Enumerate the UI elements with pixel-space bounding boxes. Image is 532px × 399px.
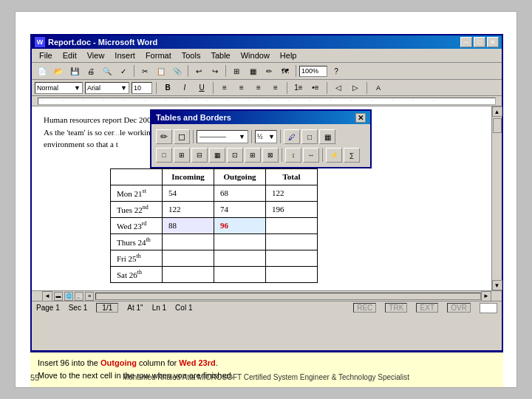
new-btn[interactable]: 📄 bbox=[35, 64, 50, 78]
num-list-btn[interactable]: 1≡ bbox=[291, 81, 306, 95]
menu-edit[interactable]: Edit bbox=[58, 50, 81, 61]
status-ln: Ln 1 bbox=[152, 304, 166, 312]
style-dropdown[interactable]: Normal ▼ bbox=[35, 82, 83, 94]
minimize-button[interactable]: ─ bbox=[460, 37, 472, 47]
border-diag-btn[interactable]: ⊠ bbox=[262, 148, 279, 163]
menu-window[interactable]: Window bbox=[236, 50, 274, 61]
scroll-left[interactable]: ◄ bbox=[42, 291, 52, 301]
distribute-rows-btn[interactable]: ∑ bbox=[344, 148, 360, 163]
normal-view-btn[interactable]: ▬ bbox=[54, 292, 63, 301]
status-ext: EXT bbox=[416, 303, 438, 313]
row4-incoming bbox=[163, 250, 214, 267]
split-cells-btn[interactable]: ↔ bbox=[303, 148, 319, 163]
ruler: · · · · · · · · · · · · · · · · · · · · bbox=[32, 96, 502, 106]
word-window: W Report.doc - Microsoft Word ─ □ ✕ File… bbox=[30, 34, 503, 352]
cut-btn[interactable]: ✂ bbox=[137, 64, 152, 78]
border-inside-btn[interactable]: ▦ bbox=[209, 148, 225, 163]
row2-outgoing[interactable]: 96 bbox=[214, 217, 266, 233]
help-btn[interactable]: ? bbox=[329, 64, 344, 78]
zoom-box[interactable]: 100% bbox=[299, 66, 327, 77]
status-rec: REC bbox=[353, 303, 376, 313]
sep1 bbox=[134, 65, 134, 77]
font-color-btn[interactable]: A bbox=[371, 81, 386, 95]
highlight-btn[interactable]: ▦ bbox=[319, 129, 335, 144]
row3-incoming bbox=[163, 233, 214, 250]
redo-btn[interactable]: ↪ bbox=[208, 64, 222, 78]
scroll-down[interactable]: ▼ bbox=[492, 280, 502, 290]
border-inside-h-btn[interactable]: ⊡ bbox=[227, 148, 243, 163]
draw-table-btn[interactable]: ✏ bbox=[156, 129, 172, 144]
copy-btn[interactable]: 📋 bbox=[154, 64, 168, 78]
open-btn[interactable]: 📂 bbox=[51, 64, 66, 78]
menu-format[interactable]: Format bbox=[141, 50, 176, 61]
dialog-title-text: Tables and Borders bbox=[156, 113, 231, 122]
status-sec: Sec 1 bbox=[69, 304, 88, 312]
style-value: Normal bbox=[37, 84, 58, 92]
scroll-up[interactable]: ▲ bbox=[492, 106, 502, 117]
status-trk: TRK bbox=[385, 303, 407, 313]
border-color-btn[interactable]: 🖊 bbox=[284, 129, 300, 144]
justify-btn[interactable]: ≡ bbox=[268, 81, 283, 95]
zoom-value: 100% bbox=[301, 67, 318, 75]
outline-view-btn[interactable]: ≡ bbox=[85, 292, 94, 301]
underline-btn[interactable]: U bbox=[194, 81, 209, 95]
scroll-right[interactable]: ► bbox=[481, 291, 491, 301]
italic-btn[interactable]: I bbox=[177, 81, 192, 95]
bold-btn[interactable]: B bbox=[160, 81, 175, 95]
h-scroll-track[interactable] bbox=[95, 293, 481, 300]
instruction-highlight1: Outgoing bbox=[100, 358, 137, 367]
menu-tools[interactable]: Tools bbox=[177, 50, 205, 61]
outdent-btn[interactable]: ◁ bbox=[331, 81, 346, 95]
border-inside-v-btn[interactable]: ⊞ bbox=[245, 148, 261, 163]
table-row: Wed 23rd 88 96 bbox=[111, 217, 318, 233]
align-center-btn[interactable]: ≡ bbox=[234, 81, 249, 95]
shading-btn[interactable]: □ bbox=[301, 129, 318, 144]
columns-btn[interactable]: ▦ bbox=[245, 64, 260, 78]
line-weight-dropdown[interactable]: ½ ▼ bbox=[255, 130, 277, 143]
border-all-btn[interactable]: ⊞ bbox=[174, 148, 190, 163]
row1-total: 196 bbox=[266, 201, 318, 217]
eraser-btn[interactable]: ◻ bbox=[174, 129, 190, 144]
align-top-btn[interactable]: ⚡ bbox=[326, 148, 342, 163]
close-button[interactable]: ✕ bbox=[487, 37, 499, 47]
print-view-btn[interactable]: 📰 bbox=[75, 292, 83, 301]
row5-outgoing bbox=[214, 267, 266, 283]
status-bar: Page 1 Sec 1 1/1 At 1" Ln 1 Col 1 REC TR… bbox=[32, 301, 502, 314]
row3-day: Thurs 24th bbox=[111, 233, 163, 250]
print-btn[interactable]: 🖨 bbox=[83, 64, 98, 78]
dlg-sep3 bbox=[280, 130, 281, 143]
table-btn[interactable]: ⊞ bbox=[229, 64, 244, 78]
border-none-btn[interactable]: ⊟ bbox=[191, 148, 208, 163]
paste-btn[interactable]: 📎 bbox=[170, 64, 185, 78]
maximize-button[interactable]: □ bbox=[474, 37, 485, 47]
table-row: Fri 25th bbox=[111, 250, 318, 267]
menu-help[interactable]: Help bbox=[276, 50, 301, 61]
font-dropdown[interactable]: Arial ▼ bbox=[85, 82, 129, 94]
align-right-btn[interactable]: ≡ bbox=[251, 81, 266, 95]
undo-btn[interactable]: ↩ bbox=[191, 64, 206, 78]
bul-list-btn[interactable]: •≡ bbox=[308, 81, 323, 95]
title-bar: W Report.doc - Microsoft Word ─ □ ✕ bbox=[32, 35, 502, 49]
menu-table[interactable]: Table bbox=[206, 50, 234, 61]
menu-view[interactable]: View bbox=[83, 50, 109, 61]
row4-day: Fri 25th bbox=[111, 250, 163, 267]
save-btn[interactable]: 💾 bbox=[67, 64, 82, 78]
spell-btn[interactable]: ✓ bbox=[116, 64, 131, 78]
preview-btn[interactable]: 🔍 bbox=[100, 64, 115, 78]
dialog-body: ✏ ◻ ———— ▼ ½ ▼ 🖊 □ bbox=[151, 124, 370, 167]
menu-file[interactable]: File bbox=[35, 50, 57, 61]
menu-insert[interactable]: Insert bbox=[110, 50, 140, 61]
dialog-close-btn[interactable]: ✕ bbox=[355, 113, 366, 123]
status-page: Page 1 bbox=[36, 304, 60, 312]
merge-cells-btn[interactable]: ↕ bbox=[285, 148, 301, 163]
line-style-dropdown[interactable]: ———— ▼ bbox=[197, 130, 248, 143]
row2-incoming[interactable]: 88 bbox=[163, 217, 214, 233]
indent-btn[interactable]: ▷ bbox=[348, 81, 363, 95]
border-outside-btn[interactable]: □ bbox=[156, 148, 172, 163]
drawing-btn[interactable]: ✏ bbox=[262, 64, 276, 78]
web-view-btn[interactable]: 🌐 bbox=[64, 292, 73, 301]
align-left-btn[interactable]: ≡ bbox=[217, 81, 232, 95]
map-btn[interactable]: 🗺 bbox=[278, 64, 293, 78]
scroll-thumb[interactable] bbox=[493, 118, 502, 133]
size-dropdown[interactable]: 10 bbox=[132, 82, 152, 94]
